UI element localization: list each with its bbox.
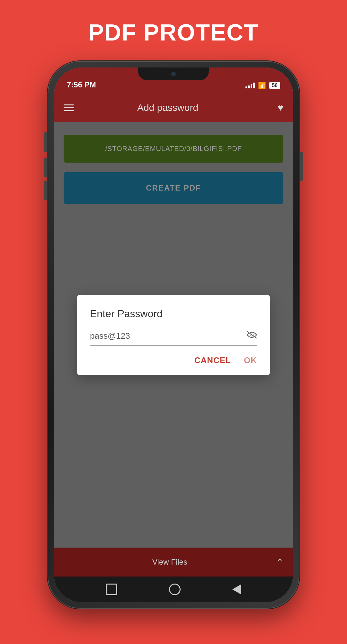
back-button[interactable] — [232, 584, 241, 595]
dialog-title: Enter Password — [90, 308, 257, 320]
notch — [138, 67, 209, 80]
battery-badge: 56 — [269, 82, 280, 89]
app-bar-title: Add password — [64, 102, 271, 113]
status-bar: 7:56 PM 📶 56 — [54, 67, 293, 93]
recent-apps-button[interactable] — [106, 584, 117, 595]
dialog-overlay: Enter Password — [54, 122, 293, 548]
ok-button[interactable]: OK — [244, 355, 257, 365]
home-button[interactable] — [169, 584, 181, 595]
password-input-row — [90, 329, 257, 346]
password-dialog: Enter Password — [77, 295, 270, 375]
signal-icon — [245, 83, 255, 88]
page-title: PDF PROTECT — [88, 19, 259, 46]
eye-slash-icon[interactable] — [247, 331, 257, 341]
wifi-icon: 📶 — [258, 82, 266, 89]
password-input[interactable] — [90, 329, 247, 343]
bottom-nav: View Files ⌃ — [54, 548, 293, 577]
app-content: /STORAGE/EMULATED/0/BILGIFISI.PDF CREATE… — [54, 122, 293, 548]
dialog-actions: CANCEL OK — [90, 355, 257, 365]
phone-screen: 7:56 PM 📶 56 Add password ♥ /STOR — [54, 67, 293, 602]
heart-icon[interactable]: ♥ — [278, 102, 283, 113]
status-time: 7:56 PM — [67, 80, 245, 89]
system-bar — [54, 577, 293, 602]
status-icons: 📶 56 — [245, 82, 280, 89]
phone-frame: 7:56 PM 📶 56 Add password ♥ /STOR — [48, 62, 299, 608]
app-bar: Add password ♥ — [54, 93, 293, 122]
camera-dot — [171, 72, 176, 76]
cancel-button[interactable]: CANCEL — [194, 355, 231, 365]
view-files-label[interactable]: View Files — [64, 558, 276, 567]
chevron-up-icon[interactable]: ⌃ — [276, 557, 283, 568]
